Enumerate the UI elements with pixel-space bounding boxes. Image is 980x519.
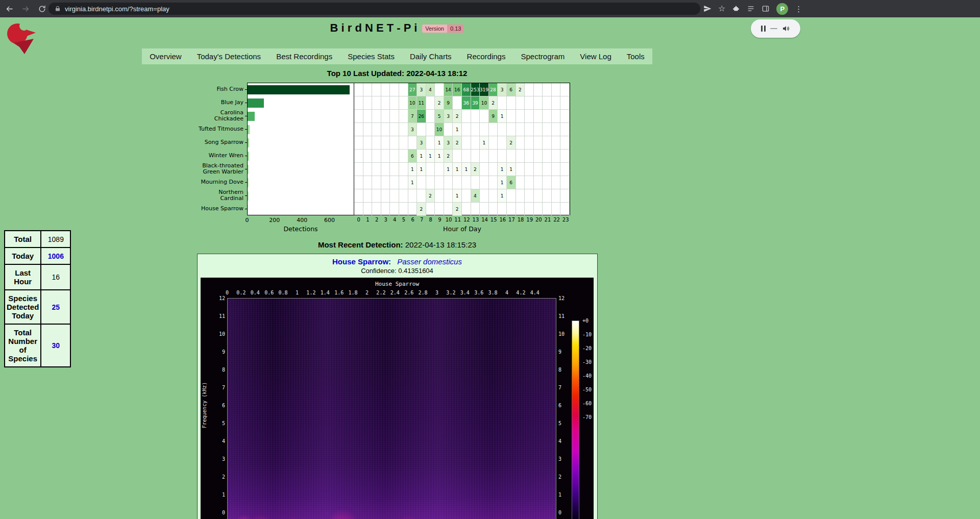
send-icon[interactable] xyxy=(703,5,712,13)
spec-y-tick-right: 7 xyxy=(558,385,570,390)
heatmap-cell: 39 xyxy=(471,96,480,110)
heatmap-cell xyxy=(507,150,516,163)
bar-axis-tick: 600 xyxy=(324,217,335,224)
heatmap-cell: 36 xyxy=(462,96,471,110)
species-detections-bar xyxy=(248,138,249,147)
reload-icon[interactable] xyxy=(38,5,46,13)
heatmap-cell xyxy=(426,110,435,123)
heatmap-cell xyxy=(381,176,390,189)
back-icon[interactable] xyxy=(5,5,14,13)
heatmap-cell xyxy=(489,150,498,163)
heatmap-cell: 10 xyxy=(435,123,444,136)
stats-row-value[interactable]: 25 xyxy=(41,290,70,324)
heatmap-cell xyxy=(489,189,498,203)
spec-x-tick: 0 xyxy=(226,290,229,295)
spec-x-tick: 1.8 xyxy=(349,290,358,295)
heatmap-cell: 7 xyxy=(408,110,418,123)
detection-common-name-link[interactable]: House Sparrow: xyxy=(332,257,391,266)
spec-y-tick-left: 2 xyxy=(214,474,225,480)
heatmap-cell: 3 xyxy=(417,136,426,150)
spec-x-tick: 1.6 xyxy=(334,290,344,295)
heatmap-cell xyxy=(560,189,570,203)
pause-button[interactable] xyxy=(761,26,766,32)
heatmap-cell xyxy=(543,123,552,136)
bookmark-star-icon[interactable]: ☆ xyxy=(718,5,725,13)
heatmap-cell xyxy=(543,150,552,163)
hour-axis-tick: 15 xyxy=(491,217,497,223)
heatmap-cell: 319 xyxy=(480,83,489,96)
extensions-puzzle-icon[interactable] xyxy=(732,5,740,13)
heatmap-cell xyxy=(516,136,525,150)
address-bar[interactable]: virginia.birdnetpi.com/?stream=play xyxy=(48,3,700,15)
heatmap-cell xyxy=(399,150,408,163)
audio-player[interactable] xyxy=(751,19,800,38)
heatmap-cell xyxy=(498,136,507,150)
profile-avatar[interactable]: P xyxy=(776,3,788,15)
nav-item-view-log[interactable]: View Log xyxy=(572,48,619,64)
chart-species-labels: Fish CrowBlue JayCarolina ChickadeeTufte… xyxy=(198,83,247,215)
nav-item-species-stats[interactable]: Species Stats xyxy=(340,48,402,64)
species-detections-bar xyxy=(248,205,248,214)
heatmap-cell xyxy=(399,96,408,110)
heatmap-cell xyxy=(372,150,381,163)
nav-item-daily-charts[interactable]: Daily Charts xyxy=(402,48,459,64)
heatmap-cell: 2 xyxy=(426,189,435,203)
site-header: B i r d N E T - P i Version 0.13 xyxy=(0,17,794,35)
detection-title: House Sparrow: Passer domesticus xyxy=(198,257,597,266)
audio-seek-bar[interactable] xyxy=(770,28,777,29)
species-detections-bar xyxy=(248,191,249,201)
heatmap-cell xyxy=(435,163,444,176)
heatmap-cell xyxy=(516,163,525,176)
heatmap-cell xyxy=(552,203,561,216)
heatmap-cell xyxy=(560,203,570,216)
heatmap-cell: 2 xyxy=(471,163,480,176)
heatmap-cell xyxy=(363,176,373,189)
spec-x-tick: 3 xyxy=(435,290,438,295)
heatmap-cell xyxy=(525,150,534,163)
stats-row: Total Number of Species30 xyxy=(5,324,70,367)
heatmap-cell xyxy=(552,150,561,163)
stats-row: Species Detected Today25 xyxy=(5,290,70,324)
forward-icon[interactable] xyxy=(21,5,30,13)
nav-item-overview[interactable]: Overview xyxy=(142,48,189,64)
nav-item-today-s-detections[interactable]: Today's Detections xyxy=(189,48,268,64)
stats-row-value[interactable]: 1006 xyxy=(41,248,70,264)
hour-axis-tick: 2 xyxy=(375,217,378,223)
stats-row-value: 1089 xyxy=(41,231,70,248)
recent-detection-heading: Most Recent Detection: 2022-04-13 18:15:… xyxy=(0,240,794,249)
stats-row-label: Species Detected Today xyxy=(5,290,41,324)
detection-scientific-name-link[interactable]: Passer domesticus xyxy=(397,257,462,266)
nav-item-recordings[interactable]: Recordings xyxy=(459,48,513,64)
heatmap-cell xyxy=(498,150,507,163)
spec-y-tick-left: 10 xyxy=(214,331,225,337)
side-panel-icon[interactable] xyxy=(762,5,770,13)
heatmap-cell xyxy=(543,203,552,216)
volume-icon[interactable] xyxy=(782,24,790,33)
heatmap-cell xyxy=(462,176,471,189)
heatmap-cell: 14 xyxy=(444,83,453,96)
heatmap-cell xyxy=(543,96,552,110)
hour-axis-tick: 21 xyxy=(545,217,551,223)
stats-row-value[interactable]: 30 xyxy=(41,324,70,367)
bar-axis-ticks: 0200400600 xyxy=(247,215,354,224)
heatmap-cell xyxy=(471,176,480,189)
nav-item-best-recordings[interactable]: Best Recordings xyxy=(268,48,340,64)
heatmap-cell xyxy=(525,83,534,96)
colorbar-tick: -30 xyxy=(582,359,592,365)
heatmap-cell xyxy=(363,150,373,163)
reading-list-icon[interactable] xyxy=(747,5,755,13)
nav-item-spectrogram[interactable]: Spectrogram xyxy=(513,48,572,64)
hour-axis-tick: 16 xyxy=(499,217,506,223)
heatmap-cell: 1 xyxy=(498,163,507,176)
spec-y-tick-left: 0 xyxy=(214,510,225,515)
heatmap-cell xyxy=(462,150,471,163)
stats-table: Total1089Today1006Last Hour16Species Det… xyxy=(4,230,71,367)
spec-x-tick: 1 xyxy=(296,290,299,295)
spec-y-tick-left: 8 xyxy=(214,367,225,373)
nav-item-tools[interactable]: Tools xyxy=(619,48,652,64)
heatmap-cell xyxy=(462,110,471,123)
spec-y-tick-right: 0 xyxy=(558,510,570,515)
heatmap-cell xyxy=(354,150,363,163)
browser-menu-icon[interactable]: ⋮ xyxy=(795,5,802,13)
heatmap-cell xyxy=(381,83,390,96)
